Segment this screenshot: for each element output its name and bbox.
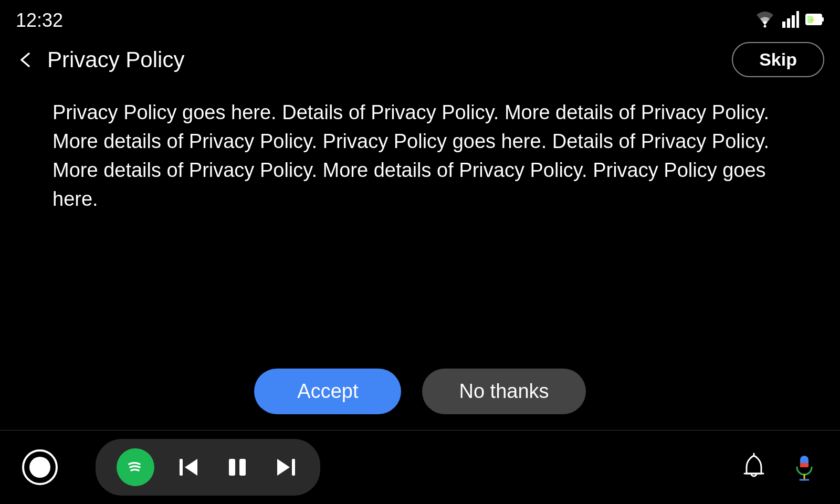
- toolbar: Privacy Policy Skip: [0, 37, 840, 88]
- svg-rect-6: [822, 17, 824, 22]
- no-thanks-button[interactable]: No thanks: [422, 369, 585, 414]
- buttons-row: Accept No thanks: [0, 348, 840, 430]
- bell-icon[interactable]: [739, 453, 769, 482]
- wifi-icon: [754, 11, 776, 30]
- status-bar: 12:32: [0, 0, 840, 37]
- media-controls-bar: [96, 439, 320, 496]
- accept-button[interactable]: Accept: [254, 369, 401, 414]
- bottom-bar: [0, 430, 840, 504]
- svg-rect-17: [800, 463, 808, 467]
- skip-button[interactable]: Skip: [732, 42, 824, 77]
- spotify-icon[interactable]: [117, 448, 154, 486]
- signal-icon: [782, 11, 799, 30]
- svg-rect-12: [229, 459, 235, 476]
- back-button[interactable]: [16, 49, 37, 70]
- status-icons: ⚡: [754, 11, 824, 30]
- bottom-right-icons: [739, 453, 819, 482]
- svg-text:⚡: ⚡: [808, 16, 816, 24]
- status-time: 12:32: [16, 9, 63, 32]
- privacy-policy-text: Privacy Policy goes here. Details of Pri…: [52, 98, 788, 214]
- page-title: Privacy Policy: [47, 47, 184, 72]
- svg-rect-13: [239, 459, 246, 476]
- content-area: Privacy Policy goes here. Details of Pri…: [0, 88, 840, 348]
- svg-rect-14: [292, 459, 295, 476]
- svg-point-0: [764, 25, 766, 28]
- pause-button[interactable]: [224, 454, 251, 481]
- svg-rect-1: [782, 22, 785, 28]
- svg-rect-3: [792, 15, 795, 28]
- svg-point-10: [29, 457, 50, 478]
- svg-rect-4: [796, 11, 799, 28]
- toolbar-left: Privacy Policy: [16, 47, 184, 72]
- record-button[interactable]: [21, 448, 59, 486]
- next-track-button[interactable]: [272, 454, 299, 481]
- svg-rect-11: [180, 459, 183, 476]
- battery-icon: ⚡: [805, 14, 824, 27]
- svg-rect-2: [787, 18, 790, 28]
- microphone-icon[interactable]: [790, 453, 819, 482]
- prev-track-button[interactable]: [175, 454, 203, 481]
